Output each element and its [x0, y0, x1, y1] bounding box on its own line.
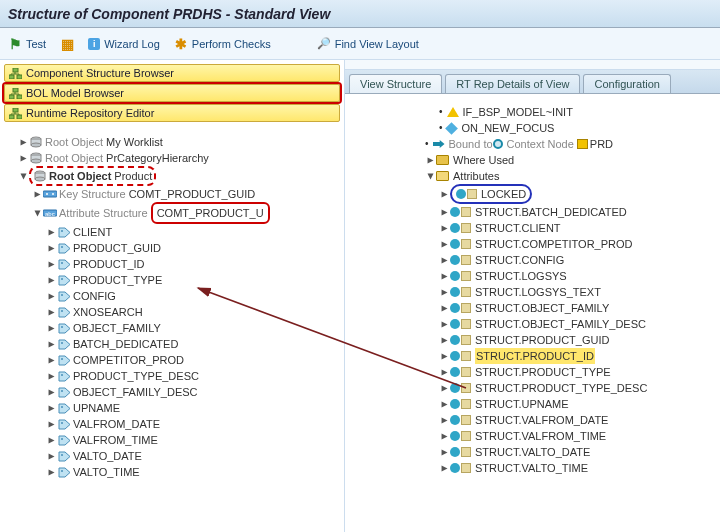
- tree-attr-product_type_desc[interactable]: ▶PRODUCT_TYPE_DESC: [4, 368, 340, 384]
- rtree-struct-struct-config[interactable]: ▶STRUCT.CONFIG: [349, 252, 716, 268]
- rtree-struct-struct-upname[interactable]: ▶STRUCT.UPNAME: [349, 396, 716, 412]
- rtree-if-init[interactable]: • IF_BSP_MODEL~INIT: [349, 104, 716, 120]
- rtree-struct-struct-batch_dedicated[interactable]: ▶STRUCT.BATCH_DEDICATED: [349, 204, 716, 220]
- tree-attr-client[interactable]: ▶CLIENT: [4, 224, 340, 240]
- expand-icon[interactable]: ▶: [18, 134, 29, 150]
- tree-attr-product_id[interactable]: ▶PRODUCT_ID: [4, 256, 340, 272]
- rtree-attributes[interactable]: ▼ Attributes: [349, 168, 716, 184]
- perform-checks-button[interactable]: ✱ Perform Checks: [174, 37, 271, 51]
- rtree-on-new-focus[interactable]: • ON_NEW_FOCUS: [349, 120, 716, 136]
- expand-icon[interactable]: ▶: [439, 396, 450, 412]
- tree-attr-valfrom_time[interactable]: ▶VALFROM_TIME: [4, 432, 340, 448]
- rtree-struct-struct-client[interactable]: ▶STRUCT.CLIENT: [349, 220, 716, 236]
- expand-icon[interactable]: ▶: [439, 220, 450, 236]
- expand-icon[interactable]: ▶: [439, 348, 450, 364]
- rtree-where-used[interactable]: ▶ Where Used: [349, 152, 716, 168]
- tab-rt-rep[interactable]: RT Rep Details of View: [445, 74, 580, 93]
- expand-icon[interactable]: ▶: [439, 460, 450, 476]
- test-button[interactable]: ⚑ Test: [8, 37, 46, 51]
- nav-bol-model[interactable]: BOL Model Browser: [4, 84, 340, 102]
- nav-runtime-repo[interactable]: Runtime Repository Editor: [4, 104, 340, 122]
- expand-icon[interactable]: ▶: [46, 224, 57, 240]
- rtree-struct-struct-object_family[interactable]: ▶STRUCT.OBJECT_FAMILY: [349, 300, 716, 316]
- expand-icon[interactable]: ▶: [425, 152, 436, 168]
- tree-attr-competitor_prod[interactable]: ▶COMPETITOR_PROD: [4, 352, 340, 368]
- rtree-struct-struct-object_family_desc[interactable]: ▶STRUCT.OBJECT_FAMILY_DESC: [349, 316, 716, 332]
- expand-icon[interactable]: ▶: [46, 320, 57, 336]
- tree-attr-upname[interactable]: ▶UPNAME: [4, 400, 340, 416]
- product-highlight: Root Object Product: [29, 166, 156, 186]
- tree-attr-batch_dedicated[interactable]: ▶BATCH_DEDICATED: [4, 336, 340, 352]
- expand-icon[interactable]: ▶: [439, 268, 450, 284]
- expand-icon[interactable]: ▶: [46, 272, 57, 288]
- expand-icon[interactable]: ▶: [439, 186, 450, 202]
- collapse-icon[interactable]: ▼: [32, 205, 43, 221]
- attr-struct-label: Attribute Structure: [59, 205, 148, 221]
- tree-attr-object_family_desc[interactable]: ▶OBJECT_FAMILY_DESC: [4, 384, 340, 400]
- expand-icon[interactable]: ▶: [46, 384, 57, 400]
- expand-icon[interactable]: ▶: [439, 252, 450, 268]
- tree-key-structure[interactable]: ▶ Key Structure COMT_PRODUCT_GUID: [4, 186, 340, 202]
- expand-icon[interactable]: ▶: [46, 400, 57, 416]
- rtree-struct-struct-valto_date[interactable]: ▶STRUCT.VALTO_DATE: [349, 444, 716, 460]
- collapse-icon[interactable]: ▼: [18, 168, 29, 184]
- collapse-icon[interactable]: ▼: [425, 168, 436, 184]
- expand-icon[interactable]: ▶: [46, 368, 57, 384]
- expand-icon[interactable]: ▶: [439, 444, 450, 460]
- expand-icon[interactable]: ▶: [46, 464, 57, 480]
- expand-icon[interactable]: ▶: [46, 304, 57, 320]
- tree-attr-product_guid[interactable]: ▶PRODUCT_GUID: [4, 240, 340, 256]
- find-view-layout-button[interactable]: 🔎 Find View Layout: [317, 37, 419, 51]
- expand-icon[interactable]: ▶: [46, 288, 57, 304]
- rtree-struct-struct-product_id[interactable]: ▶STRUCT.PRODUCT_ID: [349, 348, 716, 364]
- rtree-struct-struct-product_guid[interactable]: ▶STRUCT.PRODUCT_GUID: [349, 332, 716, 348]
- rtree-struct-struct-competitor_prod[interactable]: ▶STRUCT.COMPETITOR_PROD: [349, 236, 716, 252]
- expand-icon[interactable]: ▶: [439, 364, 450, 380]
- expand-icon[interactable]: ▶: [439, 332, 450, 348]
- tree-attr-structure[interactable]: ▼ abc Attribute Structure COMT_PRODUCT_U: [4, 202, 340, 224]
- tab-view-structure[interactable]: View Structure: [349, 74, 442, 93]
- rtree-struct-struct-product_type_desc[interactable]: ▶STRUCT.PRODUCT_TYPE_DESC: [349, 380, 716, 396]
- tree-attr-valto_time[interactable]: ▶VALTO_TIME: [4, 464, 340, 480]
- expand-icon[interactable]: ▶: [46, 336, 57, 352]
- expand-icon[interactable]: ▶: [439, 316, 450, 332]
- expand-icon[interactable]: ▶: [46, 416, 57, 432]
- expand-icon[interactable]: ▶: [439, 300, 450, 316]
- expand-icon[interactable]: ▶: [46, 432, 57, 448]
- tree-root-worklist[interactable]: ▶ Root Object My Worklist: [4, 134, 340, 150]
- expand-icon[interactable]: ▶: [439, 236, 450, 252]
- rtree-struct-struct-logsys[interactable]: ▶STRUCT.LOGSYS: [349, 268, 716, 284]
- nav-component-structure[interactable]: Component Structure Browser: [4, 64, 340, 82]
- tree-attr-xnosearch[interactable]: ▶XNOSEARCH: [4, 304, 340, 320]
- rtree-struct-struct-logsys_text[interactable]: ▶STRUCT.LOGSYS_TEXT: [349, 284, 716, 300]
- rtree-struct-struct-valfrom_date[interactable]: ▶STRUCT.VALFROM_DATE: [349, 412, 716, 428]
- tree-attr-config[interactable]: ▶CONFIG: [4, 288, 340, 304]
- rtree-struct-struct-valfrom_time[interactable]: ▶STRUCT.VALFROM_TIME: [349, 428, 716, 444]
- expand-icon[interactable]: ▶: [439, 428, 450, 444]
- rtree-struct-struct-product_type[interactable]: ▶STRUCT.PRODUCT_TYPE: [349, 364, 716, 380]
- tree-attr-object_family[interactable]: ▶OBJECT_FAMILY: [4, 320, 340, 336]
- expand-icon[interactable]: ▶: [439, 204, 450, 220]
- rtree-bound-to[interactable]: • Bound to Context Node PRD: [349, 136, 716, 152]
- tree-root-product[interactable]: ▼ Root Object Product: [4, 166, 340, 186]
- expand-icon[interactable]: ▶: [46, 448, 57, 464]
- expand-icon[interactable]: ▶: [439, 380, 450, 396]
- expand-icon[interactable]: ▶: [439, 412, 450, 428]
- tab-configuration[interactable]: Configuration: [583, 74, 670, 93]
- tree-attr-valfrom_date[interactable]: ▶VALFROM_DATE: [4, 416, 340, 432]
- tree-root-prcat[interactable]: ▶ Root Object PrCategoryHierarchy: [4, 150, 340, 166]
- left-tree: ▶ Root Object My Worklist ▶ Root Object …: [0, 128, 344, 484]
- expand-icon[interactable]: ▶: [46, 256, 57, 272]
- expand-icon[interactable]: ▶: [18, 150, 29, 166]
- toolbar-sep1[interactable]: ▦: [60, 37, 74, 51]
- expand-icon[interactable]: ▶: [32, 186, 43, 202]
- tree-attr-valto_date[interactable]: ▶VALTO_DATE: [4, 448, 340, 464]
- doc-icon: ▦: [60, 37, 74, 51]
- tree-attr-product_type[interactable]: ▶PRODUCT_TYPE: [4, 272, 340, 288]
- expand-icon[interactable]: ▶: [46, 352, 57, 368]
- expand-icon[interactable]: ▶: [46, 240, 57, 256]
- rtree-struct-struct-valto_time[interactable]: ▶STRUCT.VALTO_TIME: [349, 460, 716, 476]
- expand-icon[interactable]: ▶: [439, 284, 450, 300]
- rtree-locked[interactable]: ▶ LOCKED: [349, 184, 716, 204]
- wizard-log-button[interactable]: i Wizard Log: [88, 38, 160, 50]
